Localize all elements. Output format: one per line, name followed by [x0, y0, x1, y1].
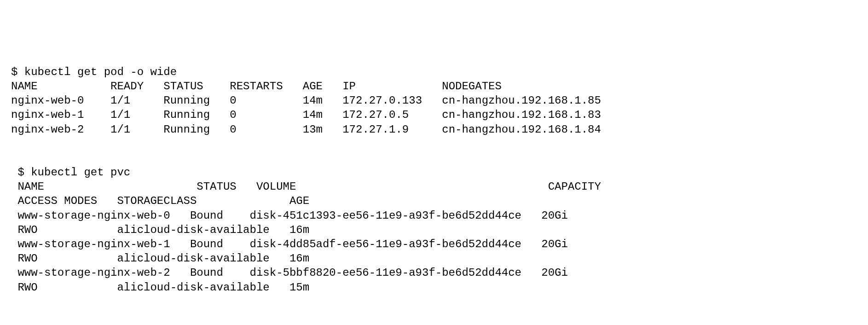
pod-ip: 172.27.1.9 [342, 123, 409, 136]
pvc-header-age: AGE [289, 195, 309, 207]
pvc-name: www-storage-nginx-web-2 [17, 267, 170, 279]
pod-header-restarts: RESTARTS [230, 80, 283, 93]
pod-ip: 172.27.0.5 [342, 109, 409, 121]
pod-restarts: 0 [230, 123, 236, 136]
pod-ready: 1/1 [110, 123, 130, 136]
pvc-header-capacity: CAPACITY [548, 180, 601, 193]
pod-header-status: STATUS [163, 80, 203, 93]
pvc-access: RWO [17, 281, 37, 294]
pod-status: Running [163, 109, 210, 121]
pvc-status: Bound [190, 209, 223, 222]
pod-age: 13m [303, 123, 323, 136]
pod-header-name: NAME [11, 80, 38, 93]
pvc-capacity: 20Gi [541, 267, 568, 279]
terminal-output: $ kubectl get pod -o wide NAME READY STA… [11, 65, 857, 295]
pvc-capacity: 20Gi [541, 209, 568, 222]
pod-restarts: 0 [230, 94, 236, 107]
pod-ready: 1/1 [110, 94, 130, 107]
pvc-age: 16m [289, 224, 309, 236]
pvc-header-name: NAME [17, 180, 44, 193]
pvc-header-volume: VOLUME [256, 180, 296, 193]
pod-header-ip: IP [342, 80, 356, 93]
pod-header-node: NODEGATES [442, 80, 502, 93]
pvc-age: 16m [289, 252, 309, 265]
pod-ready: 1/1 [110, 109, 130, 121]
pvc-header-storageclass: STORAGECLASS [117, 195, 197, 207]
pod-node: cn-hangzhou.192.168.1.85 [442, 94, 601, 107]
pod-name: nginx-web-2 [11, 123, 84, 136]
pod-node: cn-hangzhou.192.168.1.83 [442, 109, 601, 121]
pvc-volume: disk-5bbf8820-ee56-11e9-a93f-be6d52dd44c… [250, 267, 522, 279]
pvc-status: Bound [190, 267, 223, 279]
command-line: $ kubectl get pvc [17, 166, 130, 179]
pod-restarts: 0 [230, 109, 236, 121]
pvc-storageclass: alicloud-disk-available [117, 281, 269, 294]
pvc-volume: disk-4dd85adf-ee56-11e9-a93f-be6d52dd44c… [250, 238, 522, 250]
pvc-access: RWO [17, 252, 37, 265]
pod-header-ready: READY [110, 80, 144, 93]
pvc-access: RWO [17, 224, 37, 236]
pod-name: nginx-web-1 [11, 109, 84, 121]
pvc-header-status: STATUS [197, 180, 236, 193]
pvc-storageclass: alicloud-disk-available [117, 252, 269, 265]
pod-ip: 172.27.0.133 [342, 94, 422, 107]
pvc-volume: disk-451c1393-ee56-11e9-a93f-be6d52dd44c… [250, 209, 522, 222]
pod-age: 14m [303, 109, 323, 121]
pvc-age: 15m [289, 281, 309, 294]
pvc-status: Bound [190, 238, 223, 250]
pod-name: nginx-web-0 [11, 94, 84, 107]
pod-status: Running [163, 123, 210, 136]
pvc-name: www-storage-nginx-web-1 [17, 238, 170, 250]
pvc-storageclass: alicloud-disk-available [117, 224, 269, 236]
pod-age: 14m [303, 94, 323, 107]
pod-node: cn-hangzhou.192.168.1.84 [442, 123, 601, 136]
pod-status: Running [163, 94, 210, 107]
command-line: $ kubectl get pod -o wide [11, 66, 177, 78]
pod-header-age: AGE [303, 80, 323, 93]
pvc-header-access: ACCESS MODES [17, 195, 97, 207]
pvc-name: www-storage-nginx-web-0 [17, 209, 170, 222]
pvc-capacity: 20Gi [541, 238, 568, 250]
